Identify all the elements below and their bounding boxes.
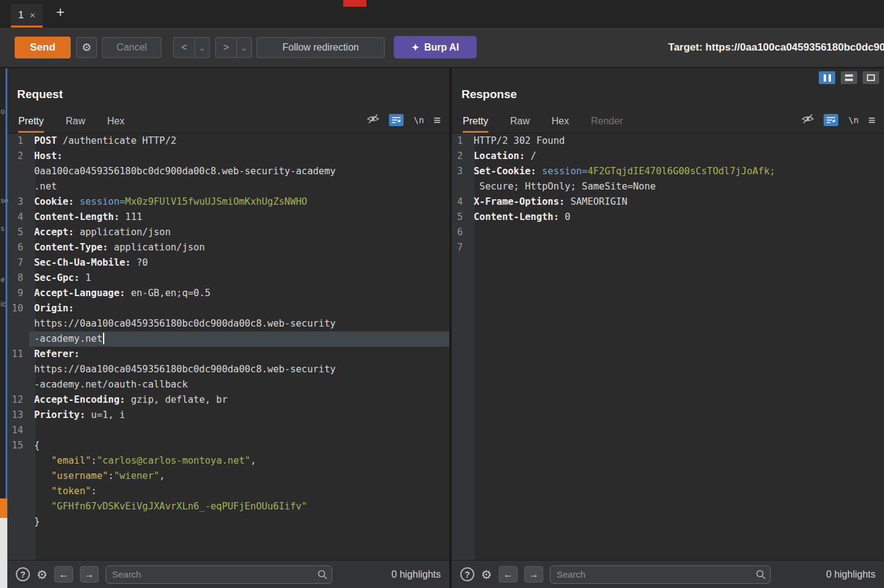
search-next-button[interactable]: → [80, 566, 99, 583]
editor-row[interactable]: 4X-Frame-Options: SAMEORIGIN [452, 194, 884, 210]
editor-row[interactable]: 9Accept-Language: en-GB,en;q=0.5 [7, 286, 449, 301]
editor-row[interactable]: 5Content-Length: 0 [452, 210, 884, 225]
editor-row[interactable]: 3Cookie: session=Mx0z9FUlV15fwuUJSmiOmKx… [7, 194, 449, 210]
line-number: 13 [7, 408, 29, 423]
editor-row[interactable]: 6 [452, 225, 884, 240]
line-number: 1 [7, 133, 29, 149]
send-button[interactable]: Send [15, 37, 71, 58]
code-segment [34, 486, 51, 497]
line-number: 3 [452, 164, 469, 179]
request-tab-hex[interactable]: Hex [107, 111, 124, 133]
request-editor[interactable]: 1POST /authenticate HTTP/22Host:0aa100ca… [7, 133, 449, 560]
editor-row[interactable]: } [7, 514, 449, 530]
repeater-tab-1[interactable]: 1 × [11, 4, 43, 27]
request-tab-pretty[interactable]: Pretty [18, 111, 44, 133]
editor-row[interactable]: 10Origin: [7, 301, 449, 316]
line-number: 15 [7, 438, 29, 453]
editor-row[interactable]: 2Location: / [452, 149, 884, 164]
editor-row[interactable]: 2Host: [7, 149, 449, 164]
hide-nonprinting-icon[interactable] [367, 114, 379, 126]
editor-row[interactable]: "token": [7, 484, 449, 499]
response-tab-hex[interactable]: Hex [552, 111, 569, 133]
background-window-edge: o se s e ic [0, 68, 7, 588]
code-segment: POST [34, 135, 57, 146]
editor-row[interactable]: 7 [452, 240, 884, 255]
history-forward-button[interactable]: > [215, 37, 237, 58]
line-number: 6 [7, 240, 29, 255]
editor-row[interactable]: -academy.net [7, 331, 449, 347]
line-number [7, 164, 29, 179]
editor-row[interactable]: 3Set-Cookie: session=4F2GTqjdIE470l6G00s… [452, 164, 884, 179]
editor-row[interactable]: 5Accept: application/json [7, 225, 449, 240]
response-editor[interactable]: 1HTTP/2 302 Found2Location: /3Set-Cookie… [452, 133, 884, 560]
layout-rows-button[interactable] [841, 71, 857, 84]
message-editor-split: Request Pretty Raw Hex \n ≡ 1POST /authe… [7, 68, 884, 588]
request-search-input[interactable] [105, 565, 332, 584]
search-previous-button[interactable]: ← [54, 566, 73, 583]
line-number [7, 362, 29, 377]
line-number [7, 316, 29, 331]
history-back-button[interactable]: < [173, 37, 195, 58]
code-line: POST /authenticate HTTP/2 [29, 133, 449, 149]
editor-row[interactable]: 1HTTP/2 302 Found [452, 133, 884, 149]
search-previous-button[interactable]: ← [499, 566, 518, 583]
editor-row[interactable]: 14 [7, 423, 449, 438]
burp-ai-button[interactable]: ✦ Burp AI [394, 36, 477, 58]
soft-wrap-icon[interactable] [389, 114, 404, 126]
editor-menu-icon[interactable]: ≡ [868, 114, 875, 126]
cancel-button[interactable]: Cancel [102, 37, 162, 58]
editor-row[interactable]: .net [7, 179, 449, 194]
request-panel-title: Request [17, 88, 63, 101]
code-line: Cookie: session=Mx0z9FUlV15fwuUJSmiOmKxh… [29, 194, 449, 210]
code-line: Accept-Language: en-GB,en;q=0.5 [29, 286, 449, 301]
request-tab-raw[interactable]: Raw [66, 111, 85, 133]
clipped-text-fragment: e [1, 275, 5, 284]
editor-row[interactable]: "username":"wiener", [7, 469, 449, 484]
editor-row[interactable]: 12Accept-Encoding: gzip, deflate, br [7, 392, 449, 408]
code-line: -academy.net [29, 331, 449, 347]
editor-row[interactable]: 11Referer: [7, 347, 449, 362]
editor-row[interactable]: -academy.net/oauth-callback [7, 377, 449, 392]
editor-row[interactable]: 1POST /authenticate HTTP/2 [7, 133, 449, 149]
newline-toggle[interactable]: \n [413, 115, 424, 125]
editor-row[interactable]: 7Sec-Ch-Ua-Mobile: ?0 [7, 255, 449, 271]
send-settings-gear-icon[interactable]: ⚙ [76, 37, 97, 58]
layout-columns-button[interactable] [819, 71, 835, 84]
code-line: Content-Length: 111 [29, 210, 449, 225]
response-tab-render[interactable]: Render [591, 111, 622, 133]
response-tab-raw[interactable]: Raw [510, 111, 530, 133]
new-tab-button[interactable]: + [56, 4, 65, 21]
history-back-dropdown[interactable]: ⌄ [195, 37, 210, 58]
code-segment: Priority: [34, 409, 85, 420]
search-settings-gear-icon[interactable]: ⚙ [481, 567, 492, 582]
editor-row[interactable]: "email":"carlos@carlos-montoya.net", [7, 453, 449, 469]
editor-row[interactable]: 13Priority: u=1, i [7, 408, 449, 423]
search-next-button[interactable]: → [524, 566, 543, 583]
editor-menu-icon[interactable]: ≡ [433, 114, 441, 126]
editor-row[interactable]: "GFHfn67vDSKvEiVgJXAvrXLn6_-eqPUFjEnOUu6… [7, 499, 449, 514]
editor-row[interactable]: https://0aa100ca0459356180bc0dc900da00c8… [7, 316, 449, 331]
response-search-input[interactable] [550, 565, 771, 584]
layout-tabs-button[interactable] [863, 71, 879, 84]
history-forward-dropdown[interactable]: ⌄ [237, 37, 252, 58]
code-segment [34, 470, 51, 481]
editor-row[interactable]: 4Content-Length: 111 [7, 210, 449, 225]
editor-row[interactable]: 15{ [7, 438, 449, 453]
editor-row[interactable]: 8Sec-Gpc: 1 [7, 271, 449, 286]
hide-nonprinting-icon[interactable] [802, 114, 814, 126]
newline-toggle[interactable]: \n [848, 115, 858, 125]
code-line: Accept-Encoding: gzip, deflate, br [29, 392, 449, 408]
editor-row[interactable]: https://0aa100ca0459356180bc0dc900da00c8… [7, 362, 449, 377]
response-tab-pretty[interactable]: Pretty [463, 111, 488, 133]
help-icon[interactable]: ? [16, 567, 30, 581]
line-number: 2 [452, 149, 469, 164]
search-settings-gear-icon[interactable]: ⚙ [37, 567, 48, 582]
editor-row[interactable]: 6Content-Type: application/json [7, 240, 449, 255]
soft-wrap-icon[interactable] [824, 114, 838, 126]
editor-row[interactable]: Secure; HttpOnly; SameSite=None [452, 179, 884, 194]
editor-row[interactable]: 0aa100ca0459356180bc0dc900da00c8.web-sec… [7, 164, 449, 179]
follow-redirection-button[interactable]: Follow redirection [257, 37, 385, 58]
help-icon[interactable]: ? [460, 567, 474, 581]
code-segment: } [34, 516, 40, 527]
close-tab-icon[interactable]: × [30, 10, 35, 20]
